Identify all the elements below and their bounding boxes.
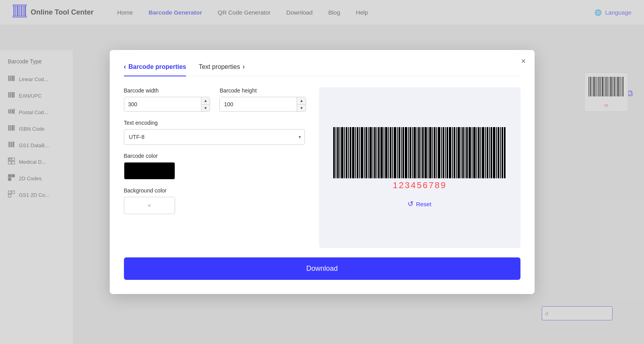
download-button[interactable]: Download xyxy=(124,257,520,280)
svg-rect-88 xyxy=(346,127,347,178)
height-spin-down[interactable]: ▼ xyxy=(297,105,306,112)
svg-rect-123 xyxy=(422,127,424,178)
modal-right-panel: 123456789 ↺ Reset xyxy=(319,87,520,248)
barcode-preview: 123456789 xyxy=(329,127,510,190)
height-spin-up[interactable]: ▲ xyxy=(297,97,306,105)
svg-rect-103 xyxy=(378,127,380,178)
bg-color-clear-icon: × xyxy=(148,202,151,209)
svg-rect-109 xyxy=(392,127,393,178)
svg-rect-102 xyxy=(376,127,377,178)
dimensions-row: Barcode width ▲ ▼ Barcode height xyxy=(124,87,305,112)
modal-tabs: ‹ Barcode properties Text properties › xyxy=(124,63,520,76)
svg-rect-120 xyxy=(417,127,417,178)
svg-rect-89 xyxy=(348,127,349,178)
barcode-color-group: Barcode color xyxy=(124,153,305,179)
text-encoding-label: Text encoding xyxy=(124,120,305,126)
modal-body: Barcode width ▲ ▼ Barcode height xyxy=(124,87,520,248)
svg-rect-131 xyxy=(441,127,442,178)
svg-rect-98 xyxy=(368,127,369,178)
svg-rect-96 xyxy=(364,127,365,178)
modal-close-button[interactable]: × xyxy=(521,57,526,65)
svg-rect-94 xyxy=(359,127,360,178)
svg-rect-158 xyxy=(500,127,501,178)
svg-rect-86 xyxy=(341,127,343,178)
svg-rect-124 xyxy=(424,127,427,178)
svg-rect-151 xyxy=(485,127,486,178)
svg-rect-132 xyxy=(443,127,444,178)
barcode-width-label: Barcode width xyxy=(124,87,210,94)
svg-rect-104 xyxy=(380,127,383,178)
svg-rect-122 xyxy=(421,127,421,178)
svg-rect-116 xyxy=(408,127,409,178)
svg-text:123456789: 123456789 xyxy=(393,180,447,190)
svg-rect-118 xyxy=(412,127,413,178)
svg-rect-150 xyxy=(482,127,484,178)
svg-rect-93 xyxy=(357,127,358,178)
barcode-width-input-container: ▲ ▼ xyxy=(124,97,210,112)
width-spin-down[interactable]: ▼ xyxy=(201,105,210,112)
svg-rect-114 xyxy=(402,127,404,178)
svg-rect-149 xyxy=(480,127,481,178)
svg-rect-101 xyxy=(374,127,376,178)
svg-rect-138 xyxy=(456,127,457,178)
svg-rect-99 xyxy=(369,127,372,178)
svg-rect-108 xyxy=(390,127,391,178)
svg-rect-121 xyxy=(418,127,420,178)
svg-rect-152 xyxy=(487,127,488,178)
reset-label: Reset xyxy=(416,201,431,207)
svg-rect-143 xyxy=(466,127,468,178)
barcode-width-input[interactable] xyxy=(124,97,201,111)
svg-rect-146 xyxy=(473,127,476,178)
barcode-color-swatch[interactable] xyxy=(124,162,175,179)
height-spin-buttons: ▲ ▼ xyxy=(297,97,306,111)
svg-rect-107 xyxy=(388,127,389,178)
barcode-height-input-container: ▲ ▼ xyxy=(220,97,306,112)
svg-rect-135 xyxy=(449,127,451,178)
svg-rect-159 xyxy=(502,127,503,178)
svg-rect-155 xyxy=(493,127,495,178)
svg-rect-156 xyxy=(496,127,497,178)
svg-rect-137 xyxy=(454,127,455,178)
svg-rect-133 xyxy=(445,127,446,178)
width-spin-buttons: ▲ ▼ xyxy=(201,97,210,111)
barcode-width-group: Barcode width ▲ ▼ xyxy=(124,87,210,112)
tab-text-properties[interactable]: Text properties › xyxy=(199,63,245,76)
svg-rect-117 xyxy=(410,127,411,178)
svg-rect-130 xyxy=(438,127,440,178)
svg-rect-97 xyxy=(365,127,367,178)
svg-rect-127 xyxy=(432,127,433,178)
chevron-left-icon: ‹ xyxy=(124,63,126,71)
modal-overlay: × ‹ Barcode properties Text properties ›… xyxy=(0,0,644,344)
bg-color-label: Background color xyxy=(124,187,305,194)
width-spin-up[interactable]: ▲ xyxy=(201,97,210,105)
svg-rect-153 xyxy=(489,127,490,178)
barcode-height-input[interactable] xyxy=(220,97,297,111)
modal-dialog: × ‹ Barcode properties Text properties ›… xyxy=(110,50,535,294)
svg-rect-136 xyxy=(452,127,453,178)
chevron-right-icon: › xyxy=(242,63,245,71)
svg-rect-125 xyxy=(428,127,428,178)
svg-rect-84 xyxy=(337,127,339,178)
svg-rect-83 xyxy=(336,127,336,178)
svg-rect-142 xyxy=(465,127,465,178)
bg-color-group: Background color × xyxy=(124,187,305,214)
svg-rect-139 xyxy=(458,127,460,178)
barcode-svg: 123456789 xyxy=(329,127,510,190)
svg-rect-147 xyxy=(476,127,477,178)
text-encoding-select[interactable]: UTF-8 ASCII ISO-8859-1 xyxy=(124,129,305,145)
svg-rect-87 xyxy=(344,127,345,178)
barcode-height-label: Barcode height xyxy=(220,87,306,94)
svg-rect-141 xyxy=(462,127,464,178)
svg-rect-144 xyxy=(469,127,471,178)
tab-barcode-label: Barcode properties xyxy=(129,63,186,70)
reset-button[interactable]: ↺ Reset xyxy=(408,200,431,208)
svg-rect-106 xyxy=(385,127,388,178)
svg-rect-100 xyxy=(373,127,373,178)
svg-rect-140 xyxy=(461,127,461,178)
svg-rect-160 xyxy=(504,127,506,178)
barcode-color-label: Barcode color xyxy=(124,153,305,159)
svg-rect-154 xyxy=(491,127,492,178)
svg-rect-129 xyxy=(436,127,437,178)
tab-barcode-properties[interactable]: ‹ Barcode properties xyxy=(124,63,186,76)
bg-color-swatch[interactable]: × xyxy=(124,197,175,214)
